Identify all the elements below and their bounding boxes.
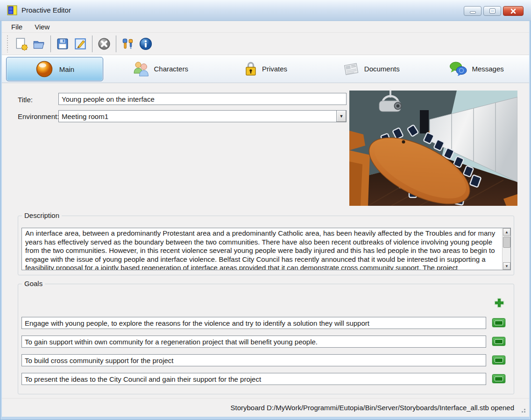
orb-icon — [35, 60, 54, 78]
open-storyboard-button[interactable] — [30, 35, 48, 53]
description-group: Description An interface area, between a… — [18, 216, 514, 275]
app-logo-icon — [7, 5, 18, 16]
remove-goal-button[interactable] — [492, 355, 506, 365]
menu-view[interactable]: View — [35, 23, 50, 31]
save-button[interactable] — [54, 35, 71, 53]
add-goal-button[interactable] — [494, 297, 505, 308]
environment-value: Meeting room1 — [59, 112, 336, 120]
title-bar: Proactive Editor — [0, 0, 531, 21]
status-bar: Storyboard D:/MyWork/Programmi/Eutopia/B… — [2, 398, 529, 417]
goal-input[interactable] — [21, 373, 486, 385]
app-window: Proactive Editor File View — [0, 0, 531, 420]
settings-button[interactable] — [119, 35, 137, 53]
minimize-icon — [470, 11, 476, 14]
cancel-icon — [97, 37, 111, 51]
scrollbar-thumb[interactable] — [503, 237, 510, 248]
toolbar-gripper[interactable] — [7, 35, 8, 52]
newspaper-icon — [342, 61, 360, 77]
minimize-button[interactable] — [464, 6, 481, 16]
chat-bubbles-icon — [449, 61, 467, 77]
goal-input[interactable] — [21, 354, 486, 366]
dropdown-arrow-icon[interactable]: ▼ — [336, 111, 346, 122]
padlock-icon — [244, 61, 258, 77]
tab-messages[interactable]: Messages — [449, 61, 503, 77]
info-icon — [139, 37, 153, 51]
environment-label: Environment: — [18, 112, 59, 120]
info-button[interactable] — [137, 35, 155, 53]
status-text: Storyboard D:/MyWork/Programmi/Eutopia/B… — [231, 404, 515, 412]
maximize-icon — [490, 9, 495, 13]
toolbar-separator — [116, 35, 116, 52]
remove-goal-button[interactable] — [492, 374, 506, 384]
new-storyboard-button[interactable] — [12, 35, 30, 53]
goal-input[interactable] — [21, 317, 486, 329]
description-scrollbar[interactable]: ▲ ▼ — [502, 228, 510, 270]
close-button[interactable] — [503, 6, 524, 16]
save-icon — [56, 37, 70, 51]
environment-preview-image — [349, 91, 517, 206]
scroll-down-icon[interactable]: ▼ — [503, 262, 510, 270]
window-controls — [464, 6, 524, 16]
tab-main[interactable]: Main — [6, 57, 103, 81]
description-textarea[interactable]: An interface area, between a predominant… — [22, 228, 502, 270]
open-folder-icon — [32, 37, 46, 51]
tab-privates[interactable]: Privates — [244, 61, 287, 77]
maximize-button[interactable] — [483, 6, 501, 16]
tab-documents[interactable]: Documents — [342, 61, 400, 77]
tab-characters-label: Characters — [154, 65, 188, 73]
environment-select[interactable]: Meeting room1 ▼ — [58, 110, 347, 122]
menu-bar: File View — [2, 21, 529, 33]
toolbar — [2, 33, 529, 55]
tab-bar: Main Characters — [2, 55, 529, 83]
characters-icon — [132, 61, 150, 77]
tab-documents-label: Documents — [364, 65, 400, 73]
toolbar-separator — [92, 35, 92, 52]
tab-main-label: Main — [59, 65, 75, 73]
close-icon — [510, 8, 517, 14]
remove-goal-button[interactable] — [492, 336, 506, 346]
tab-messages-label: Messages — [472, 65, 503, 73]
goals-legend: Goals — [22, 280, 45, 287]
menu-file[interactable]: File — [11, 23, 22, 31]
tools-icon — [121, 37, 135, 51]
toolbar-separator — [50, 35, 51, 52]
client-area: File View — [2, 21, 529, 417]
main-panel: Title: Environment: Meeting room1 ▼ — [2, 83, 529, 398]
scroll-up-icon[interactable]: ▲ — [503, 228, 510, 236]
tab-privates-label: Privates — [262, 65, 287, 73]
resize-grip-icon[interactable] — [524, 409, 525, 410]
tab-characters[interactable]: Characters — [132, 61, 188, 77]
edit-button[interactable] — [71, 35, 89, 53]
description-legend: Description — [22, 211, 62, 219]
goal-input[interactable] — [21, 336, 486, 348]
title-label: Title: — [18, 96, 33, 104]
window-title: Proactive Editor — [21, 6, 71, 14]
edit-icon — [73, 37, 87, 51]
remove-goal-button[interactable] — [492, 318, 506, 328]
cancel-button[interactable] — [95, 35, 113, 53]
description-box: An interface area, between a predominant… — [21, 228, 511, 270]
new-file-icon — [14, 37, 28, 51]
goals-group: Goals — [18, 284, 514, 394]
title-input[interactable] — [58, 93, 347, 105]
